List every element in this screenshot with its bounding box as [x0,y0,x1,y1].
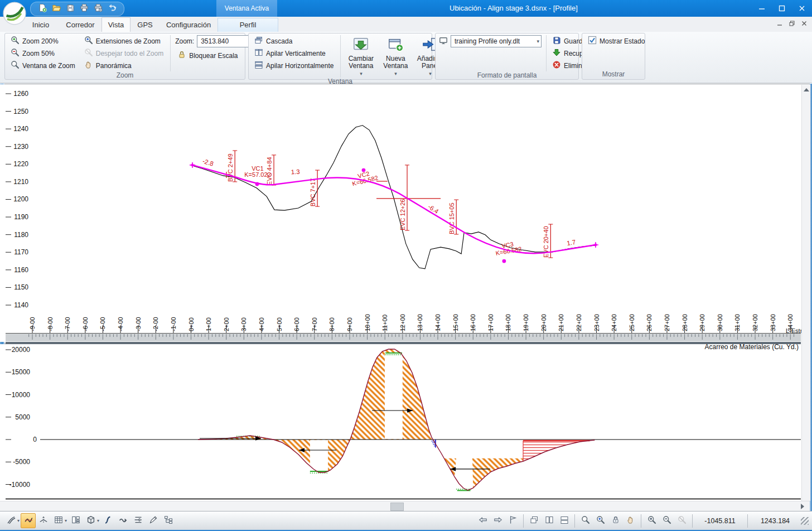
maximize-button[interactable] [772,0,792,17]
next-view-button[interactable] [490,513,505,528]
tile-vertical-button[interactable]: Apilar Verticalmente [252,47,336,59]
print-settings-icon [94,3,103,15]
zoom-in-button[interactable] [644,513,659,528]
zoom-200-button[interactable]: Zoom 200% [8,35,78,47]
tab-configuracion[interactable]: Configuración [160,18,218,32]
zoom-out-icon [11,48,20,59]
cascade-button[interactable]: Cascada [252,35,336,47]
svg-text:1230: 1230 [13,143,28,151]
tile-horizontal-button[interactable] [557,513,572,528]
scrollbar-thumb[interactable] [390,503,404,511]
svg-text:15+00: 15+00 [452,314,459,331]
magnifier-icon [11,60,20,71]
new-document-button[interactable] [37,4,47,14]
svg-text:1180: 1180 [14,231,28,239]
mdi-minimize-button[interactable] [774,18,785,28]
view-toolbar: ▾▾▾ -1045.811 1243.184 [0,511,812,530]
svg-text:-5-00: -5-00 [99,317,106,331]
checkbox-checked-icon[interactable] [588,36,597,46]
print-icon [80,3,89,15]
chart-separator [6,342,801,344]
zoom-window-button[interactable]: Ventana de Zoom [8,60,78,71]
open-file-button[interactable] [51,4,61,14]
cascade-windows-icon [530,515,539,527]
quick-access-more-button[interactable]: ⌄ [110,3,119,9]
scroll-right-icon[interactable] [801,504,804,509]
pan-hand-button[interactable] [623,513,638,528]
print-settings-button[interactable] [93,4,103,14]
tile-vertical-button[interactable] [542,513,557,528]
close-button[interactable] [792,0,812,17]
cascade-windows-button[interactable] [526,513,542,528]
profile-view-button[interactable] [21,513,36,528]
zoom-out-button[interactable] [659,513,674,528]
free-haul-band [310,440,328,471]
svg-text:30+00: 30+00 [717,314,723,331]
tile-vertical-icon [254,48,263,59]
vertical-scrollbar[interactable] [801,85,810,501]
relationship-tree-icon [164,515,173,527]
app-logo-icon[interactable] [2,1,27,26]
cross-section-view-button[interactable] [36,513,51,528]
section-template-button[interactable] [130,513,146,528]
svg-text:BVC 15+05: BVC 15+05 [448,202,455,234]
zoom-window-button[interactable] [578,513,593,528]
zoom-50-button[interactable]: Zoom 50% [8,47,78,59]
plan-view-icon [7,515,16,527]
spreadsheet-view-button[interactable] [51,513,66,528]
best-fit-curve-button[interactable] [115,513,130,528]
edit-annotation-button[interactable] [146,513,161,528]
flag-button[interactable] [505,513,520,528]
tab-inicio[interactable]: Inicio [22,18,59,32]
alignment-curve-icon [104,515,113,527]
panel-layout-button[interactable] [68,513,83,528]
tile-horizontal-icon [254,60,263,71]
svg-text:19+00: 19+00 [523,314,529,331]
contextual-tab-group-header: Ventana Activa [216,0,277,17]
chevron-down-icon[interactable]: ▾ [536,38,539,44]
zoom-extents-button[interactable]: Extensiones de Zoom [82,35,166,47]
vertical-curve-point [255,182,259,186]
mdi-close-button[interactable] [799,18,810,28]
show-status-checkbox[interactable]: Mostrar Estado [586,35,647,47]
alignment-curve-button[interactable] [100,513,115,528]
relationship-tree-button[interactable] [161,513,176,528]
zoom-extents-button[interactable] [593,513,608,528]
delete-icon [552,60,561,71]
3d-view-button[interactable] [83,513,98,528]
plan-view-button[interactable] [3,513,18,528]
svg-text:K=57.022: K=57.022 [244,171,270,178]
svg-text:1170: 1170 [14,248,28,256]
tab-gps[interactable]: GPS [130,18,160,32]
horizontal-scrollbar[interactable] [0,501,810,511]
resize-grip[interactable] [801,517,809,525]
svg-text:-6-00: -6-00 [82,317,89,331]
display-format-combo[interactable]: training Profile only.dlt▾ [451,35,542,47]
masshaul-chart[interactable]: 20000150001000050000-5000-10000Acarreo d… [0,342,812,501]
section-template-icon [134,515,143,527]
zoom-previous-button [674,513,689,528]
save-icon [552,36,561,46]
pan-button[interactable]: Panorámica [82,60,166,71]
change-window-button[interactable]: Cambiar Ventana▾ [344,35,378,78]
mdi-restore-button[interactable] [786,18,798,28]
group-title-zoom: Zoom [5,71,245,79]
save-button[interactable] [65,4,75,14]
lock-scale-icon [611,515,620,527]
minimize-button[interactable] [752,0,772,17]
new-window-button[interactable]: Nueva Ventana▾ [379,35,412,78]
3d-view-icon [86,515,95,527]
svg-text:-3-00: -3-00 [135,317,142,331]
tab-corredor[interactable]: Corredor [59,18,102,32]
tab-perfil[interactable]: Perfil [218,18,278,32]
tile-horizontal-button[interactable]: Apilar Horizontalmente [252,60,336,71]
scroll-up-icon[interactable] [804,88,809,91]
svg-text:EVC 12+26: EVC 12+26 [399,199,406,231]
print-button[interactable] [79,4,89,14]
lock-scale-button[interactable] [608,513,623,528]
profile-chart[interactable]: 1260125012401230122012101200119011801170… [0,84,812,342]
previous-view-button[interactable] [475,513,490,528]
svg-text:6+00: 6+00 [293,317,300,331]
vertical-curve-point [502,259,506,263]
tab-vista[interactable]: Vista [102,17,130,32]
